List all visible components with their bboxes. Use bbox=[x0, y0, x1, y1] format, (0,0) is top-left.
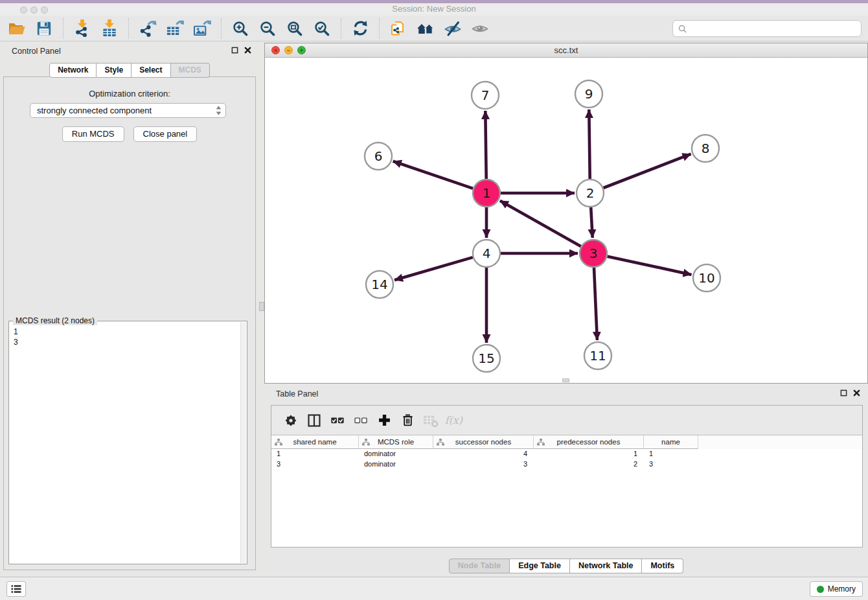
houses-icon[interactable] bbox=[415, 17, 437, 40]
table-cell[interactable]: 3 bbox=[644, 459, 698, 470]
edge-4-14[interactable] bbox=[394, 257, 473, 280]
tab-style[interactable]: Style bbox=[97, 63, 131, 78]
export-table-icon[interactable] bbox=[164, 17, 186, 40]
tab-network[interactable]: Network bbox=[49, 63, 97, 78]
edge-1-7[interactable] bbox=[485, 111, 486, 179]
save-icon[interactable] bbox=[33, 17, 55, 40]
run-mcds-button[interactable]: Run MCDS bbox=[62, 126, 124, 142]
table-cell[interactable]: 3 bbox=[433, 459, 534, 470]
node-10[interactable]: 10 bbox=[693, 264, 720, 292]
mcds-result-text[interactable]: 13 bbox=[10, 325, 240, 563]
column-header-shared-name[interactable]: shared name bbox=[271, 435, 359, 449]
close-table-panel-icon[interactable] bbox=[853, 389, 860, 397]
titlebar[interactable]: Session: New Session bbox=[0, 3, 868, 16]
search-field[interactable] bbox=[672, 20, 862, 37]
table-cell[interactable]: dominator bbox=[359, 449, 433, 459]
node-4[interactable]: 4 bbox=[473, 240, 500, 267]
clear-selection-icon[interactable] bbox=[351, 411, 371, 430]
edge-1-6[interactable] bbox=[393, 161, 474, 189]
tab-edge-table[interactable]: Edge Table bbox=[510, 559, 570, 573]
table-cell[interactable]: 4 bbox=[433, 449, 534, 459]
panel-divider[interactable] bbox=[259, 41, 264, 577]
node-8[interactable]: 8 bbox=[692, 135, 719, 162]
close-panel-button[interactable]: Close panel bbox=[133, 126, 198, 142]
node-7[interactable]: 7 bbox=[472, 82, 499, 109]
memory-button[interactable]: Memory bbox=[810, 581, 863, 597]
table-cell[interactable]: 1 bbox=[271, 449, 359, 459]
refresh-icon[interactable] bbox=[349, 17, 371, 40]
node-6[interactable]: 6 bbox=[365, 143, 392, 170]
svg-text:11: 11 bbox=[589, 348, 606, 363]
svg-text:f(x): f(x) bbox=[445, 414, 463, 426]
tab-select[interactable]: Select bbox=[131, 63, 170, 78]
duplicate-network-icon[interactable] bbox=[387, 17, 409, 40]
divider-grip-icon[interactable] bbox=[259, 302, 264, 311]
window-resize-grip[interactable] bbox=[562, 378, 569, 382]
delete-column-icon[interactable] bbox=[398, 411, 417, 430]
task-history-button[interactable] bbox=[6, 581, 26, 597]
node-14[interactable]: 14 bbox=[366, 271, 393, 298]
edge-2-3[interactable] bbox=[591, 207, 593, 238]
eye-show-icon[interactable] bbox=[469, 17, 491, 40]
tab-network-table[interactable]: Network Table bbox=[570, 559, 643, 573]
node-3[interactable]: 3 bbox=[580, 240, 607, 267]
table-cell[interactable]: 2 bbox=[534, 459, 644, 470]
tab-node-table[interactable]: Node Table bbox=[449, 559, 510, 573]
application-window: Session: New Session Control Panel Netwo… bbox=[0, 0, 868, 600]
optimization-criterion-select[interactable]: strongly connected component bbox=[30, 103, 226, 118]
table-cell[interactable]: 3 bbox=[271, 459, 359, 470]
open-folder-icon[interactable] bbox=[6, 17, 28, 40]
svg-text:6: 6 bbox=[374, 148, 383, 164]
network-canvas[interactable]: 7968124314101511 bbox=[265, 58, 867, 383]
node-15[interactable]: 15 bbox=[473, 345, 500, 372]
edge-2-9[interactable] bbox=[589, 110, 589, 179]
table-row[interactable]: 3dominator323 bbox=[271, 459, 862, 470]
column-header-successor-nodes[interactable]: successor nodes bbox=[433, 435, 534, 449]
stepper-icon bbox=[216, 106, 222, 115]
toolbar-separator bbox=[63, 18, 63, 39]
network-window-titlebar[interactable]: ×−+ scc.txt bbox=[265, 43, 867, 58]
close-panel-icon[interactable] bbox=[244, 47, 251, 54]
network-view-window: ×−+ scc.txt 7968124314101511 bbox=[264, 43, 868, 384]
add-column-icon[interactable] bbox=[374, 411, 394, 430]
result-line: 1 bbox=[14, 327, 240, 337]
export-image-icon[interactable] bbox=[191, 17, 213, 40]
table-cell[interactable]: 1 bbox=[644, 449, 698, 459]
import-table-icon[interactable] bbox=[98, 17, 120, 40]
edge-3-11[interactable] bbox=[594, 268, 597, 340]
table-cell[interactable]: dominator bbox=[359, 459, 433, 470]
float-table-panel-icon[interactable] bbox=[840, 389, 847, 397]
edge-3-1[interactable] bbox=[500, 201, 581, 246]
column-header-MCDS-role[interactable]: MCDS role bbox=[359, 435, 433, 449]
network-graph[interactable]: 7968124314101511 bbox=[265, 58, 867, 383]
table-row[interactable]: 1dominator411 bbox=[271, 449, 862, 459]
tab-motifs[interactable]: Motifs bbox=[642, 559, 683, 573]
gear-icon[interactable] bbox=[281, 411, 301, 430]
search-input[interactable] bbox=[691, 24, 856, 33]
float-panel-icon[interactable] bbox=[231, 47, 238, 54]
zoom-out-icon[interactable] bbox=[257, 17, 279, 40]
zoom-fit-icon[interactable] bbox=[284, 17, 306, 40]
result-scrollbar[interactable] bbox=[240, 322, 246, 563]
selected-option: strongly connected component bbox=[37, 106, 216, 115]
node-11[interactable]: 11 bbox=[584, 342, 611, 369]
zoom-in-icon[interactable] bbox=[229, 17, 251, 40]
node-2[interactable]: 2 bbox=[577, 179, 604, 207]
column-header-predecessor-nodes[interactable]: predecessor nodes bbox=[534, 435, 644, 449]
node-1[interactable]: 1 bbox=[473, 179, 500, 207]
import-network-icon[interactable] bbox=[71, 17, 93, 40]
eye-hide-icon[interactable] bbox=[442, 17, 464, 40]
control-panel-header: Control Panel bbox=[0, 43, 259, 60]
edge-2-8[interactable] bbox=[604, 154, 691, 188]
export-network-icon[interactable] bbox=[137, 17, 159, 40]
column-header-name[interactable]: name bbox=[644, 435, 698, 449]
function-builder-icon: f(x) bbox=[444, 411, 464, 430]
search-icon bbox=[678, 25, 687, 33]
split-columns-icon[interactable] bbox=[304, 411, 324, 430]
tab-mcds[interactable]: MCDS bbox=[171, 63, 210, 78]
node-9[interactable]: 9 bbox=[575, 80, 602, 108]
table-cell[interactable]: 1 bbox=[534, 449, 644, 459]
zoom-selected-icon[interactable] bbox=[311, 17, 333, 40]
select-all-icon[interactable] bbox=[328, 411, 347, 430]
edge-3-10[interactable] bbox=[608, 257, 692, 275]
